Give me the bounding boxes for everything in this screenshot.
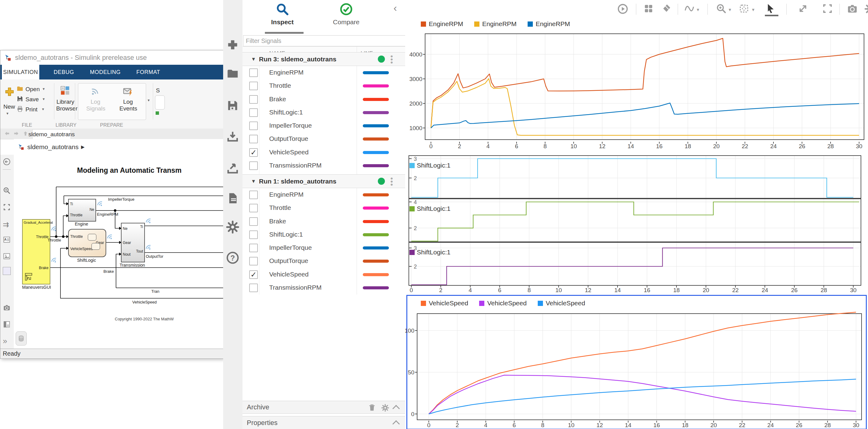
export-icon[interactable] bbox=[226, 162, 239, 176]
plot-settings-icon[interactable] bbox=[864, 3, 868, 15]
signal-name[interactable]: ShiftLogic:1 bbox=[269, 231, 303, 238]
signal-checkbox[interactable]: ✓ bbox=[249, 148, 258, 157]
filter-signals-input[interactable] bbox=[243, 35, 409, 46]
signal-line-swatch[interactable] bbox=[363, 286, 389, 289]
image-annotation-icon[interactable] bbox=[3, 252, 11, 260]
library-browser-button[interactable]: Library Browser bbox=[56, 98, 74, 112]
preferences-icon[interactable] bbox=[226, 220, 239, 234]
collapse-run-icon[interactable]: ▼ bbox=[251, 179, 256, 184]
signal-line-swatch[interactable] bbox=[363, 71, 389, 74]
signal-name[interactable]: VehicleSpeed bbox=[269, 271, 308, 278]
import-icon[interactable] bbox=[226, 130, 239, 144]
log-signals-button[interactable]: Log Signals bbox=[86, 98, 105, 112]
signal-checkbox[interactable] bbox=[249, 283, 258, 292]
collapse-archive-icon[interactable] bbox=[392, 405, 400, 412]
shiftlogic-charts[interactable]: 23ShiftLogic:124ShiftLogic:123ShiftLogic… bbox=[405, 153, 868, 295]
run-header[interactable]: ▼ Run 1: sldemo_autotrans ●●● bbox=[243, 174, 405, 188]
signal-checkbox[interactable] bbox=[249, 68, 258, 77]
properties-section-bar[interactable]: Properties bbox=[243, 416, 405, 429]
tab-debug[interactable]: DEBUG bbox=[47, 65, 81, 80]
signal-checkbox[interactable] bbox=[249, 95, 258, 104]
snapshot-icon[interactable] bbox=[846, 3, 858, 15]
signal-label-brake[interactable]: Brake bbox=[103, 269, 114, 274]
nav-forward-icon[interactable] bbox=[13, 130, 19, 136]
breadcrumb-model-name[interactable]: sldemo_autotrans bbox=[27, 143, 79, 151]
signal-checkbox[interactable]: ✓ bbox=[249, 270, 258, 279]
breadcrumb-caret-icon[interactable]: ▶ bbox=[81, 144, 85, 150]
signal-line-swatch[interactable] bbox=[363, 220, 389, 223]
save-session-icon[interactable] bbox=[226, 99, 239, 112]
eraser-icon[interactable] bbox=[660, 3, 672, 14]
help-icon[interactable] bbox=[226, 251, 239, 265]
pan-expand-icon[interactable] bbox=[797, 3, 808, 14]
signal-line-swatch[interactable] bbox=[363, 151, 389, 154]
signal-line-swatch[interactable] bbox=[363, 124, 389, 127]
tab-simulation[interactable]: SIMULATION bbox=[2, 65, 39, 80]
signal-line-swatch[interactable] bbox=[363, 84, 389, 88]
signal-checkbox[interactable] bbox=[249, 161, 258, 170]
signal-checkbox[interactable] bbox=[249, 244, 258, 252]
collapse-run-icon[interactable]: ▼ bbox=[251, 57, 256, 62]
signal-line-swatch[interactable] bbox=[363, 193, 389, 196]
model-canvas[interactable]: Modeling an Automatic Transm bbox=[14, 155, 223, 348]
signal-routing-icon[interactable]: ⇉ bbox=[3, 220, 9, 229]
signal-name[interactable]: Brake bbox=[269, 218, 286, 225]
signal-checkbox[interactable] bbox=[249, 217, 258, 226]
archive-section-bar[interactable]: Archive bbox=[243, 401, 405, 413]
engine-rpm-chart[interactable]: 1000200030004000024681012141618202224262… bbox=[405, 32, 868, 152]
open-button[interactable]: Open bbox=[26, 86, 40, 93]
tab-compare[interactable]: Compare bbox=[319, 2, 374, 26]
new-model-icon[interactable] bbox=[4, 86, 15, 97]
open-session-icon[interactable] bbox=[226, 67, 239, 81]
screenshot-icon[interactable] bbox=[3, 304, 11, 312]
collapse-properties-icon[interactable] bbox=[392, 420, 400, 427]
fit-caret[interactable]: ▾ bbox=[752, 7, 754, 12]
nav-back-icon[interactable] bbox=[4, 130, 10, 136]
signal-label-enginerpm[interactable]: EngineRPM bbox=[97, 212, 118, 217]
signal-line-swatch[interactable] bbox=[363, 164, 389, 167]
signal-name[interactable]: EngineRPM bbox=[269, 69, 304, 76]
new-button[interactable]: New bbox=[3, 103, 15, 110]
signal-checkbox[interactable] bbox=[249, 231, 258, 239]
signal-wave-icon[interactable] bbox=[684, 3, 695, 14]
zoom-caret[interactable]: ▾ bbox=[728, 7, 731, 12]
signal-name[interactable]: OutputTorque bbox=[269, 257, 308, 265]
transmission-block[interactable]: Ne Gear Nout Ti Tout bbox=[121, 223, 145, 263]
library-browser-icon[interactable] bbox=[60, 85, 71, 96]
vehicle-speed-chart[interactable]: 050100024681012141618202224262830 bbox=[405, 311, 866, 429]
report-icon[interactable] bbox=[226, 191, 239, 205]
save-button[interactable]: Save bbox=[26, 96, 39, 103]
signal-checkbox[interactable] bbox=[249, 135, 258, 143]
signal-line-swatch[interactable] bbox=[363, 273, 389, 276]
open-dropdown-caret[interactable]: ▾ bbox=[43, 87, 45, 91]
simulink-titlebar[interactable]: sldemo_autotrans - Simulink prerelease u… bbox=[0, 50, 223, 65]
archive-settings-icon[interactable] bbox=[381, 404, 389, 412]
print-dropdown-caret[interactable]: ▾ bbox=[42, 107, 44, 112]
data-browser-button[interactable] bbox=[16, 331, 27, 345]
signal-label-vehiclespeed[interactable]: VehicleSpeed bbox=[132, 300, 157, 304]
signal-name[interactable]: VehicleSpeed bbox=[269, 149, 308, 156]
fit-to-view-icon[interactable] bbox=[739, 3, 749, 14]
signal-line-swatch[interactable] bbox=[363, 246, 389, 249]
signal-line-swatch[interactable] bbox=[363, 98, 389, 101]
zoom-icon[interactable] bbox=[716, 3, 727, 14]
signal-name[interactable]: Throttle bbox=[269, 82, 291, 89]
signal-label-outputtorque[interactable]: OutputTor bbox=[146, 254, 163, 259]
fit-view-icon[interactable] bbox=[3, 203, 11, 211]
zoom-tool-icon[interactable] bbox=[3, 187, 11, 194]
run-menu-icon[interactable]: ●●● bbox=[390, 55, 394, 64]
signal-name[interactable]: TransmissionRPM bbox=[269, 284, 322, 291]
document-tab[interactable]: sldemo_autotrans bbox=[32, 129, 71, 139]
layout-grid-icon[interactable] bbox=[643, 3, 654, 14]
trash-icon[interactable] bbox=[368, 403, 376, 412]
signal-line-swatch[interactable] bbox=[363, 137, 389, 141]
log-events-button[interactable]: Log Events bbox=[119, 98, 136, 112]
nav-up-icon[interactable] bbox=[22, 130, 29, 136]
signal-line-swatch[interactable] bbox=[363, 233, 389, 236]
shiftlogic-block[interactable]: Throttle VehicleSpeed Gear bbox=[68, 229, 106, 257]
signal-line-swatch[interactable] bbox=[363, 111, 389, 114]
signal-label-impellertorque[interactable]: ImpellerTorque bbox=[108, 197, 134, 202]
signal-name[interactable]: OutputTorque bbox=[269, 135, 308, 143]
signal-name[interactable]: Brake bbox=[269, 95, 286, 103]
signal-line-swatch[interactable] bbox=[363, 259, 389, 263]
